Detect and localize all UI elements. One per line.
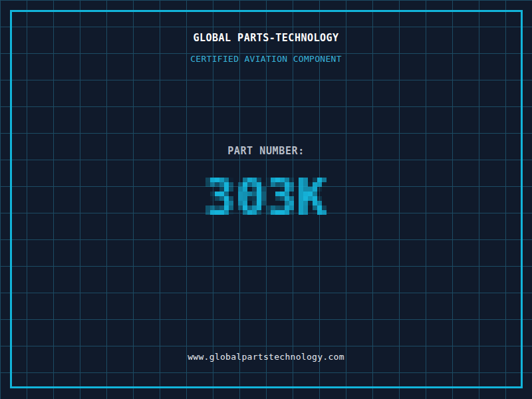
website-url: www.globalpartstechnology.com [0,352,532,362]
part-number-label: PART NUMBER: [0,145,532,157]
certificate-page: GLOBAL PARTS-TECHNOLOGY CERTIFIED AVIATI… [0,0,532,399]
page-subtitle: CERTIFIED AVIATION COMPONENT [0,54,532,65]
page-title: GLOBAL PARTS-TECHNOLOGY [0,32,532,44]
part-number-display [196,164,336,229]
